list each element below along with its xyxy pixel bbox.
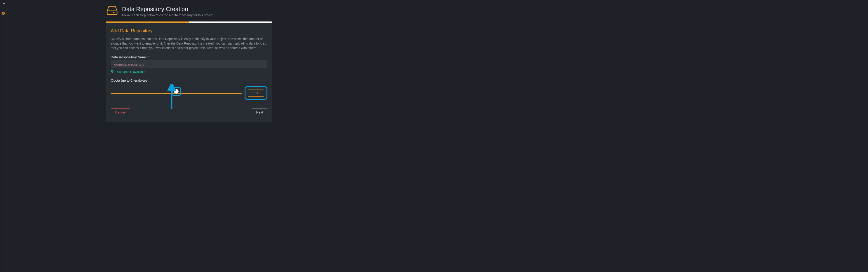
page-subtitle: Follow each step below to create a data … (122, 13, 214, 17)
check-circle-icon (111, 70, 114, 73)
cancel-button[interactable]: Cancel (111, 108, 130, 116)
quota-slider-row: 3 TB (111, 86, 268, 100)
svg-point-4 (116, 12, 116, 13)
page-title: Data Repository Creation (122, 5, 214, 13)
quota-label: Quota (up to 5 terabytes): (111, 79, 268, 82)
svg-point-3 (114, 12, 115, 13)
expand-sidebar-icon[interactable] (2, 2, 5, 6)
required-asterisk: * (148, 55, 149, 59)
name-label-text: Data Respository Name (111, 55, 147, 59)
page-header: Data Repository Creation Follow each ste… (106, 5, 859, 17)
quota-value-annotation: 3 TB (245, 86, 268, 100)
step-title: Add Data Repository (111, 28, 268, 33)
progress-bar (106, 22, 272, 23)
quota-value-text: 3 TB (252, 91, 259, 95)
main-content: Data Repository Creation Follow each ste… (7, 0, 868, 272)
availability-text: This name is available (115, 70, 145, 73)
slider-thumb-annotation (172, 87, 181, 96)
panel-footer: Cancel Next (111, 108, 268, 116)
name-field-label: Data Respository Name * (111, 55, 268, 59)
svg-point-2 (113, 12, 114, 13)
quota-slider[interactable] (111, 90, 242, 96)
slider-thumb[interactable] (174, 89, 179, 94)
availability-status: This name is available (111, 70, 268, 73)
step-description: Specify a short name so that this Data R… (111, 37, 268, 51)
sidebar-rail (0, 0, 7, 272)
repository-name-input[interactable] (111, 60, 268, 68)
next-button[interactable]: Next (252, 108, 268, 116)
creation-panel: Add Data Repository Specify a short name… (106, 22, 272, 122)
progress-fill (106, 22, 189, 23)
add-icon[interactable] (2, 11, 5, 16)
svg-rect-1 (107, 11, 117, 14)
quota-value-box: 3 TB (248, 90, 264, 96)
repository-icon (106, 5, 118, 16)
